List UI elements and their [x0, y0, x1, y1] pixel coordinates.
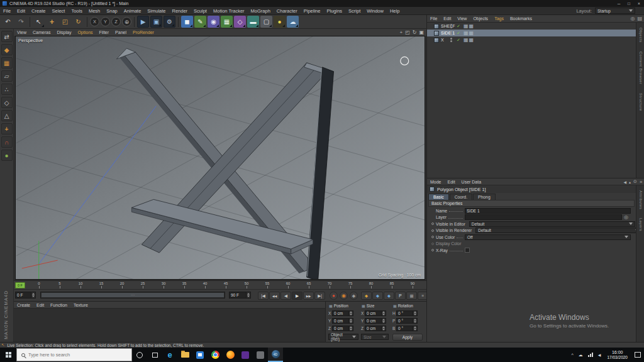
- vp-menu-cameras[interactable]: Cameras: [30, 30, 53, 35]
- make-editable-icon[interactable]: ⇄: [1, 31, 13, 42]
- side-tab-layers[interactable]: Layers: [639, 218, 643, 231]
- vp-menu-filter[interactable]: Filter: [96, 30, 113, 35]
- menu-render[interactable]: Render: [169, 8, 191, 14]
- end-frame-field[interactable]: 90 F: [229, 292, 247, 299]
- side-tab-structure[interactable]: Structure: [639, 93, 643, 111]
- vp-pan-camera-icon[interactable]: +: [400, 30, 403, 35]
- record-options-button[interactable]: ◆: [350, 292, 358, 300]
- close-button[interactable]: ×: [634, 0, 644, 7]
- object-row-side1[interactable]: SIDE 1 ✓ ▦▦: [427, 30, 636, 36]
- tab-basic[interactable]: Basic: [428, 194, 449, 200]
- onedrive-icon[interactable]: ☁: [579, 353, 583, 358]
- mograph-cloner-icon[interactable]: ▦: [221, 16, 233, 28]
- visible-editor-dropdown[interactable]: Default: [469, 221, 635, 227]
- key-scale-button[interactable]: ◆: [372, 292, 383, 300]
- model-mode-icon[interactable]: ◆: [1, 44, 13, 55]
- next-frame-button[interactable]: ▶▶: [303, 292, 314, 300]
- add-spline-pen-icon[interactable]: ✎: [194, 16, 206, 28]
- move-tool-icon[interactable]: +: [46, 16, 58, 28]
- vp-menu-display[interactable]: Display: [53, 30, 74, 35]
- om-menu-edit[interactable]: Edit: [440, 16, 454, 21]
- menu-snap[interactable]: Snap: [103, 8, 121, 14]
- object-tags[interactable]: ▦▦: [464, 24, 474, 29]
- firefox-app-button[interactable]: [223, 348, 238, 362]
- om-search-icon[interactable]: ◎: [630, 16, 635, 21]
- uvw-tag-icon[interactable]: ▦: [464, 38, 469, 43]
- attr-back-icon[interactable]: ◀: [623, 180, 626, 184]
- menu-motion-tracker[interactable]: Motion Tracker: [210, 8, 248, 14]
- menu-window[interactable]: Window: [364, 8, 387, 14]
- vp-zoom-camera-icon[interactable]: ◰: [405, 30, 410, 35]
- om-menu-tags[interactable]: Tags: [491, 16, 507, 21]
- om-menu-bookmarks[interactable]: Bookmarks: [507, 16, 535, 21]
- enabled-check-icon[interactable]: ✓: [457, 38, 460, 43]
- size-y-field[interactable]: 0 cm: [365, 318, 382, 324]
- key-parameter-button[interactable]: P: [395, 292, 406, 300]
- edge-app-button[interactable]: e: [162, 348, 177, 362]
- material-menu-create[interactable]: Create: [14, 303, 33, 307]
- size-x-field[interactable]: 0 cm: [365, 310, 382, 316]
- record-button[interactable]: ●: [330, 292, 338, 300]
- om-menu-view[interactable]: View: [454, 16, 470, 21]
- timeline-scrollbar[interactable]: ⋯: [40, 292, 225, 299]
- coordinate-system-icon[interactable]: ⊕: [122, 17, 131, 26]
- lock-z-axis-button[interactable]: Z: [111, 17, 121, 26]
- attr-pin-icon[interactable]: ⊙: [633, 179, 637, 184]
- uvw-tag-icon[interactable]: ▦: [464, 24, 469, 29]
- render-picture-viewer-icon[interactable]: ▣: [150, 16, 162, 28]
- menu-script[interactable]: Script: [345, 8, 364, 14]
- start-frame-field[interactable]: 0 F: [15, 292, 31, 299]
- visibility-dots-icon[interactable]: [450, 24, 452, 28]
- play-button[interactable]: ▶: [292, 292, 303, 300]
- cinema4d-app-button[interactable]: 4D: [268, 348, 283, 362]
- material-menu-edit[interactable]: Edit: [33, 303, 47, 307]
- tray-expand-icon[interactable]: ^: [572, 353, 574, 357]
- store-button[interactable]: [192, 348, 208, 362]
- rotation-b-spinner[interactable]: [413, 326, 418, 331]
- add-sky-icon[interactable]: ☁: [287, 16, 299, 28]
- redo-icon[interactable]: ↷: [15, 16, 27, 28]
- object-tags[interactable]: ▦▦: [464, 38, 474, 43]
- attr-up-icon[interactable]: ▴: [629, 180, 631, 184]
- object-tags[interactable]: ▦▦: [464, 31, 474, 36]
- viewport-canvas[interactable]: Perspective Grid Spacing : 100 cm: [15, 36, 425, 280]
- axis-mode-icon[interactable]: +: [1, 123, 13, 134]
- add-camera-icon[interactable]: ▢: [260, 16, 272, 28]
- add-deformer-icon[interactable]: ◇: [234, 16, 246, 28]
- menu-simulate[interactable]: Simulate: [144, 8, 169, 14]
- search-input[interactable]: [28, 352, 123, 358]
- render-view-icon[interactable]: ▶: [137, 16, 149, 28]
- timeline-scrollbar-handle[interactable]: ⋯: [42, 293, 224, 297]
- action-center-button[interactable]: [631, 348, 644, 362]
- anim-dot-icon[interactable]: [431, 236, 434, 238]
- vp-menu-panel[interactable]: Panel: [112, 30, 130, 35]
- apply-button[interactable]: Apply: [392, 334, 423, 341]
- object-row-x[interactable]: X ✓ ▦▦: [427, 36, 636, 43]
- snap-icon[interactable]: ∩: [1, 136, 13, 148]
- timeline-playhead[interactable]: 0 F: [15, 282, 25, 288]
- add-floor-icon[interactable]: ▬: [247, 16, 259, 28]
- taskbar-app-button[interactable]: [238, 348, 253, 362]
- taskbar-app-button[interactable]: [253, 348, 268, 362]
- render-settings-icon[interactable]: ⚙: [164, 16, 175, 28]
- menu-sculpt[interactable]: Sculpt: [191, 8, 210, 14]
- menu-mesh[interactable]: Mesh: [86, 8, 103, 14]
- size-y-spinner[interactable]: [382, 318, 386, 324]
- rotation-h-field[interactable]: 0 °: [396, 310, 413, 316]
- task-view-button[interactable]: [147, 348, 162, 362]
- menu-character[interactable]: Character: [274, 8, 301, 14]
- key-rotation-button[interactable]: ◆: [384, 292, 394, 300]
- basic-properties-header[interactable]: Basic Properties: [428, 200, 635, 207]
- scale-tool-icon[interactable]: ◰: [59, 16, 71, 28]
- object-name[interactable]: SIDE 1: [441, 31, 455, 35]
- add-subdivision-surface-icon[interactable]: ◉: [208, 16, 219, 28]
- om-filter-icon[interactable]: ▤: [637, 16, 642, 21]
- attr-menu-edit[interactable]: Edit: [445, 180, 458, 184]
- menu-edit[interactable]: Edit: [14, 8, 28, 14]
- menu-file[interactable]: File: [0, 8, 14, 14]
- vp-toggle-view-icon[interactable]: ▣: [419, 30, 424, 35]
- goto-start-button[interactable]: |◀: [258, 292, 269, 300]
- material-menu-texture[interactable]: Texture: [70, 303, 91, 307]
- menu-mograph[interactable]: MoGraph: [248, 8, 274, 14]
- om-menu-file[interactable]: File: [427, 16, 440, 21]
